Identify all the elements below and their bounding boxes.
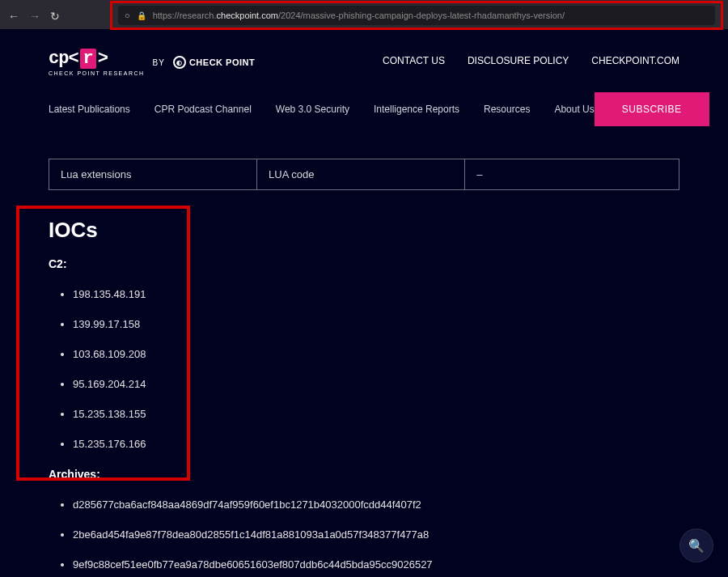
- nav-resources[interactable]: Resources: [484, 104, 530, 115]
- link-disclosure-policy[interactable]: DISCLOSURE POLICY: [468, 55, 569, 66]
- list-item: 2be6ad454fa9e87f78dea80d2855f1c14df81a88…: [73, 528, 679, 541]
- heading-iocs: IOCs: [49, 218, 679, 243]
- checkpoint-logo[interactable]: ◐CHECK POINT: [173, 56, 255, 69]
- list-item: 15.235.138.155: [73, 408, 679, 420]
- nav-web3-security[interactable]: Web 3.0 Security: [276, 104, 349, 115]
- list-item: 15.235.176.166: [73, 438, 679, 450]
- link-contact-us[interactable]: CONTACT US: [383, 55, 445, 66]
- nav-latest-publications[interactable]: Latest Publications: [49, 104, 130, 115]
- search-button[interactable]: [679, 528, 713, 562]
- main-nav: Latest Publications CPR Podcast Channel …: [49, 92, 679, 126]
- table-row: Lua extensions LUA code –: [49, 159, 679, 190]
- nav-about-us[interactable]: About Us: [554, 104, 594, 115]
- cpr-logo[interactable]: cp<r> CHECK POINT RESEARCH: [49, 49, 145, 76]
- nav-intelligence-reports[interactable]: Intelligence Reports: [374, 104, 459, 115]
- cell-lua-code: LUA code: [257, 159, 465, 190]
- list-item: 139.99.17.158: [73, 318, 679, 330]
- list-item: 198.135.48.191: [73, 288, 679, 300]
- nav-forward-icon[interactable]: [29, 10, 40, 21]
- archive-list: d285677cba6acf848aa4869df74af959f60ef1bc…: [73, 499, 679, 571]
- cell-dash: –: [465, 159, 679, 190]
- link-checkpoint-com[interactable]: CHECKPOINT.COM: [591, 55, 679, 66]
- cell-lua-ext: Lua extensions: [49, 159, 257, 190]
- url-text: https://research.checkpoint.com/2024/mas…: [153, 11, 565, 20]
- list-item: 9ef9c88cef51ee0fb77ea9a78dbe60651603ef80…: [73, 558, 679, 571]
- subhead-c2: C2:: [49, 257, 679, 270]
- shield-icon: [125, 11, 130, 20]
- by-text: BY: [153, 58, 165, 67]
- list-item: 103.68.109.208: [73, 348, 679, 360]
- nav-back-icon[interactable]: [8, 10, 19, 21]
- subscribe-button[interactable]: SUBSCRIBE: [595, 92, 709, 126]
- reload-icon[interactable]: [50, 10, 61, 21]
- logo-subtitle: CHECK POINT RESEARCH: [49, 70, 145, 76]
- site-header: cp<r> CHECK POINT RESEARCH BY ◐CHECK POI…: [49, 29, 679, 76]
- c2-list: 198.135.48.191 139.99.17.158 103.68.109.…: [73, 288, 679, 450]
- subhead-archives: Archives:: [49, 468, 679, 481]
- nav-cpr-podcast[interactable]: CPR Podcast Channel: [154, 104, 252, 115]
- list-item: 95.169.204.214: [73, 378, 679, 390]
- capability-table: Lua extensions LUA code –: [49, 159, 679, 190]
- browser-toolbar: https://research.checkpoint.com/2024/mas…: [0, 0, 728, 29]
- address-bar[interactable]: https://research.checkpoint.com/2024/mas…: [118, 6, 715, 25]
- list-item: d285677cba6acf848aa4869df74af959f60ef1bc…: [73, 499, 679, 511]
- checkpoint-icon: ◐: [173, 56, 186, 69]
- lock-icon: [137, 11, 146, 20]
